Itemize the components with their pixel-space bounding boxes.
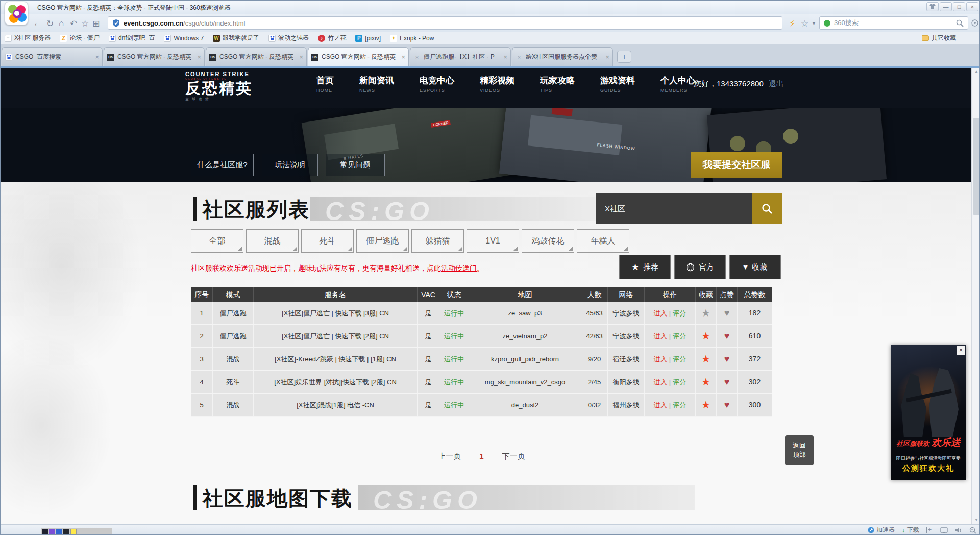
favorite-star-icon[interactable]: ★ — [696, 394, 717, 416]
favorite-star-icon[interactable]: ★ — [696, 302, 717, 324]
tab-close-icon[interactable]: × — [605, 53, 609, 61]
refresh-icon[interactable]: ↻ — [46, 18, 54, 29]
new-tab-button[interactable]: + — [617, 51, 631, 63]
event-portal-link[interactable]: 活动传送门 — [441, 264, 477, 272]
chevron-down-icon[interactable]: ▼ — [812, 21, 816, 26]
favorite-star-icon[interactable]: ★ — [696, 371, 717, 393]
rate-link[interactable]: 评分 — [673, 378, 686, 386]
what-is-community-server-button[interactable]: 什么是社区服? — [191, 154, 254, 176]
scrollbar-thumb[interactable] — [973, 118, 980, 215]
like-heart-icon[interactable]: ♥ — [717, 325, 738, 347]
scroll-up-icon[interactable]: ▲ — [972, 68, 980, 76]
favorite-star-icon[interactable]: ★ — [696, 348, 717, 370]
official-button[interactable]: 官方 — [674, 255, 726, 279]
browser-logo[interactable] — [5, 2, 28, 25]
like-heart-icon[interactable]: ♥ — [717, 302, 738, 324]
like-heart-icon[interactable]: ♥ — [717, 348, 738, 370]
tab-csgo-official[interactable]: CS CSGO 官方网站 - 反恐精英 × — [206, 47, 307, 66]
tab-close-icon[interactable]: × — [401, 53, 405, 61]
close-button[interactable]: × — [966, 2, 978, 11]
bookmark-item[interactable]: ✦ Exnpk - Pow — [390, 35, 434, 42]
favorites-icon[interactable]: ☆ — [81, 18, 89, 29]
enter-link[interactable]: 进入 — [654, 401, 667, 409]
filter-deathmatch-mix[interactable]: 混战 — [246, 229, 299, 253]
faq-button[interactable]: 常见问题 — [326, 154, 385, 176]
rate-link[interactable]: 评分 — [673, 355, 686, 363]
speaker-icon[interactable] — [955, 527, 962, 533]
address-bar[interactable]: event.csgo.com.cn/csgo/club/index.html — [108, 16, 782, 30]
next-page-button[interactable]: 下一页 — [502, 452, 525, 460]
nav-item-guides[interactable]: 游戏资料GUIDES — [600, 75, 635, 93]
filter-zombie-escape[interactable]: 僵尸逃跑 — [356, 229, 409, 253]
recommended-button[interactable]: ★ 推荐 — [619, 255, 671, 279]
bookmark-item[interactable]: W 跟我学就是了 — [213, 34, 259, 42]
filter-hot-potato[interactable]: 鸡鼓传花 — [522, 229, 574, 253]
bookmark-item[interactable]: P [pixiv] — [355, 35, 381, 42]
bookmark-item[interactable]: Windows 7 — [164, 35, 204, 42]
minimize-button[interactable]: — — [940, 2, 952, 11]
server-search-input[interactable]: X社区 — [596, 193, 752, 224]
enter-link[interactable]: 进入 — [654, 332, 667, 340]
enter-link[interactable]: 进入 — [654, 378, 667, 386]
favorites-button[interactable]: ♥ 收藏 — [729, 255, 781, 279]
rate-link[interactable]: 评分 — [673, 309, 686, 317]
accelerator-button[interactable]: 加速器 — [868, 526, 895, 534]
enter-link[interactable]: 进入 — [654, 355, 667, 363]
screenshot-icon[interactable] — [940, 527, 948, 533]
bookmark-item[interactable]: Z 论坛 - 僵尸 — [60, 34, 100, 42]
bookmark-item[interactable]: ≡ X社区 服务器 — [5, 34, 51, 42]
submit-server-button[interactable]: 我要提交社区服 — [691, 152, 782, 178]
favorite-star-icon[interactable]: ★ — [696, 325, 717, 347]
bookmark-page-icon[interactable]: ☆ — [801, 18, 808, 29]
tab-close-icon[interactable]: × — [299, 53, 303, 61]
logout-link[interactable]: 退出 — [769, 79, 784, 89]
tab-zombie-server[interactable]: × 僵尸逃跑服-【X】社区 - P × — [410, 47, 511, 66]
back-icon[interactable]: ← — [33, 18, 42, 29]
tab-csgo-official[interactable]: CS CSGO 官方网站 - 反恐精英 × — [104, 47, 205, 66]
server-search-button[interactable] — [752, 193, 782, 224]
sidebar-toggle-icon[interactable] — [971, 19, 978, 27]
filter-rice-cake[interactable]: 年糕人 — [577, 229, 629, 253]
like-heart-icon[interactable]: ♥ — [717, 394, 738, 416]
skin-icon[interactable] — [926, 2, 939, 11]
nav-item-news[interactable]: 新闻资讯NEWS — [359, 75, 394, 93]
tab-like-server[interactable]: × 给X社区国服服务器点个赞 × — [512, 47, 613, 66]
add-gadget-icon[interactable]: + — [926, 527, 933, 533]
vertical-scrollbar[interactable]: ▲ ▼ — [971, 68, 980, 524]
tab-csgo-official-active[interactable]: CS CSGO 官方网站 - 反恐精英 × — [308, 47, 409, 66]
page-zoom-icon[interactable] — [969, 527, 976, 534]
search-box[interactable]: 360搜索 — [819, 16, 968, 30]
nav-item-videos[interactable]: 精彩视频VIDEOS — [480, 75, 514, 93]
rate-link[interactable]: 评分 — [673, 401, 686, 409]
filter-hide-and-seek[interactable]: 躲猫猫 — [411, 229, 464, 253]
scroll-down-icon[interactable]: ▼ — [972, 516, 980, 524]
like-heart-icon[interactable]: ♥ — [717, 371, 738, 393]
search-magnifier-icon[interactable] — [956, 19, 964, 27]
nav-item-esports[interactable]: 电竞中心ESPORTS — [420, 75, 454, 93]
back-to-top-button[interactable]: 返回 顶部 — [785, 435, 814, 465]
prev-page-button[interactable]: 上一页 — [438, 452, 461, 460]
filter-deathmatch[interactable]: 死斗 — [301, 229, 354, 253]
how-to-play-button[interactable]: 玩法说明 — [262, 154, 318, 176]
filter-1v1[interactable]: 1V1 — [467, 229, 519, 253]
csgo-logo[interactable]: COUNTER STRIKE GLOBAL OFFENSIVE 反恐精英 全球攻… — [185, 71, 253, 102]
home-icon[interactable]: ⌂ — [59, 18, 64, 29]
nav-item-tips[interactable]: 玩家攻略TIPS — [540, 75, 575, 93]
tab-close-icon[interactable]: × — [95, 53, 99, 61]
nav-item-members[interactable]: 个人中心MEMBERS — [660, 75, 695, 93]
apps-grid-icon[interactable]: ⊞ — [92, 18, 100, 29]
ad-banner[interactable]: 社区服联欢 欢乐送 即日起参与社区服活动即可享受 公测狂欢大礼 × — [891, 345, 966, 480]
tab-close-icon[interactable]: × — [503, 53, 507, 61]
current-page[interactable]: 1 — [479, 452, 483, 460]
undo-icon[interactable]: ↶ — [70, 18, 77, 29]
bookmark-item[interactable]: ♪ 竹ノ花 — [318, 34, 346, 42]
tab-csgo-baidu-search[interactable]: CSGO_百度搜索 × — [2, 47, 103, 66]
bookmark-item[interactable]: 波动之钝器 — [268, 34, 309, 42]
lightning-icon[interactable]: ⚡ — [789, 18, 795, 29]
maximize-button[interactable]: □ — [953, 2, 965, 11]
download-button[interactable]: ↓ 下载 — [902, 526, 919, 534]
other-bookmarks-folder[interactable]: 其它收藏 — [922, 34, 956, 42]
tab-close-icon[interactable]: × — [197, 53, 201, 61]
rate-link[interactable]: 评分 — [673, 332, 686, 340]
enter-link[interactable]: 进入 — [654, 309, 667, 317]
